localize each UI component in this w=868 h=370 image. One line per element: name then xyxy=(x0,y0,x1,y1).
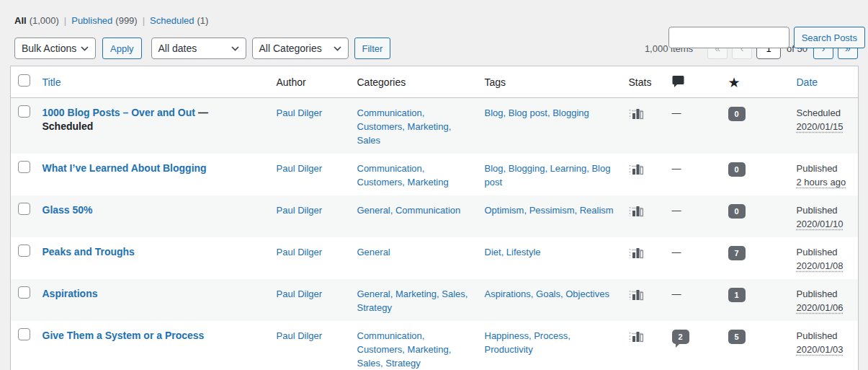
term-link[interactable]: Lifestyle xyxy=(506,247,541,257)
bulk-actions-value: Bulk Actions xyxy=(22,43,76,54)
term-link[interactable]: Strategy xyxy=(385,358,420,369)
search-input[interactable] xyxy=(668,27,789,48)
sort-date-header[interactable]: Date xyxy=(797,76,818,88)
select-all-checkbox[interactable] xyxy=(18,74,30,87)
view-published-link[interactable]: Published xyxy=(71,15,112,26)
term-link[interactable]: Strategy xyxy=(357,302,392,313)
term-link[interactable]: General xyxy=(357,205,390,216)
post-date-value: 2020/01/15 xyxy=(797,121,844,132)
term-link[interactable]: Process xyxy=(534,330,568,341)
post-title-link[interactable]: Give Them a System or a Process xyxy=(42,330,205,341)
row-checkbox[interactable] xyxy=(18,328,30,340)
term-link[interactable]: Sales xyxy=(357,358,381,369)
row-checkbox[interactable] xyxy=(18,161,30,173)
author-link[interactable]: Paul Dilger xyxy=(277,247,323,257)
author-link[interactable]: Paul Dilger xyxy=(277,163,323,174)
term-link[interactable]: Blog xyxy=(485,107,504,118)
filter-button[interactable]: Filter xyxy=(354,38,391,59)
likes-count-badge[interactable]: 0 xyxy=(728,162,746,177)
table-body: 1000 Blog Posts – Over and Out— Schedule… xyxy=(11,98,859,370)
row-checkbox[interactable] xyxy=(18,245,30,257)
row-checkbox[interactable] xyxy=(18,203,30,215)
row-checkbox[interactable] xyxy=(18,105,30,118)
comment-count-dash: — xyxy=(672,163,681,174)
term-link[interactable]: Marketing xyxy=(395,288,437,299)
comment-count-bubble[interactable]: 2 xyxy=(672,330,689,344)
term-link[interactable]: Blogging xyxy=(552,107,589,118)
likes-header: ★ xyxy=(721,66,789,98)
likes-count-badge[interactable]: 5 xyxy=(728,330,746,344)
term-link[interactable]: Customers xyxy=(357,121,403,132)
post-title-link[interactable]: 1000 Blog Posts – Over and Out xyxy=(42,107,195,118)
term-link[interactable]: Learning xyxy=(550,163,587,174)
post-title-link[interactable]: Glass 50% xyxy=(42,204,93,216)
term-link[interactable]: Customers xyxy=(357,344,403,355)
categories-header: Categories xyxy=(350,66,478,98)
chevron-down-icon xyxy=(81,46,89,51)
term-link[interactable]: Blogging xyxy=(509,163,545,174)
term-link[interactable]: Communication xyxy=(395,205,460,216)
all-dates-select[interactable]: All dates xyxy=(151,38,246,59)
term-link[interactable]: Blog post xyxy=(509,107,547,118)
likes-count-badge[interactable]: 1 xyxy=(728,288,746,302)
term-link[interactable]: Marketing xyxy=(408,177,449,188)
term-link[interactable]: Marketing xyxy=(408,344,449,355)
term-link[interactable]: Sales xyxy=(442,288,465,299)
view-all: All(1,000) | xyxy=(14,15,71,26)
term-link[interactable]: Happiness xyxy=(485,330,529,341)
likes-count-badge[interactable]: 0 xyxy=(728,204,746,219)
term-link[interactable]: General xyxy=(357,247,390,257)
stats-chart-icon[interactable] xyxy=(629,107,644,124)
term-link[interactable]: Customers xyxy=(357,177,403,188)
post-title-link[interactable]: Peaks and Troughs xyxy=(42,246,135,257)
post-date-value: 2020/01/08 xyxy=(797,260,844,271)
term-link[interactable]: Pessimism xyxy=(529,205,575,216)
stats-chart-icon[interactable] xyxy=(629,246,644,263)
post-title-link[interactable]: Aspirations xyxy=(42,288,98,299)
likes-count-badge[interactable]: 0 xyxy=(728,107,746,121)
post-date-value: 2 hours ago xyxy=(797,177,846,188)
search-posts-button[interactable]: Search Posts xyxy=(794,27,865,48)
view-published: Published (999) | xyxy=(71,15,150,26)
term-link[interactable]: Realism xyxy=(580,205,614,216)
tags-cell: Diet, Lifestyle xyxy=(478,237,622,279)
term-link[interactable]: Diet xyxy=(485,247,501,257)
term-link[interactable]: Marketing xyxy=(408,121,449,132)
sort-title-header[interactable]: Title xyxy=(42,76,61,88)
term-link[interactable]: Aspirations xyxy=(485,288,531,299)
search-box: Search Posts xyxy=(668,27,865,48)
author-link[interactable]: Paul Dilger xyxy=(277,205,323,216)
author-link[interactable]: Paul Dilger xyxy=(277,330,323,341)
stats-chart-icon[interactable] xyxy=(629,162,644,180)
comment-count-dash: — xyxy=(672,205,681,216)
term-link[interactable]: Blog xyxy=(485,163,504,174)
bulk-actions-select[interactable]: Bulk Actions xyxy=(14,38,96,59)
row-checkbox[interactable] xyxy=(18,286,30,299)
author-link[interactable]: Paul Dilger xyxy=(277,107,323,118)
view-all-link[interactable]: All(1,000) xyxy=(14,15,59,26)
stats-chart-icon[interactable] xyxy=(629,288,644,305)
chevron-down-icon xyxy=(231,46,239,51)
stats-chart-icon[interactable] xyxy=(629,204,644,221)
term-link[interactable]: Communication xyxy=(357,330,422,341)
apply-button[interactable]: Apply xyxy=(102,38,142,59)
term-link[interactable]: General xyxy=(357,288,390,299)
term-link[interactable]: Communication xyxy=(357,163,422,174)
term-link[interactable]: Communication xyxy=(357,107,422,118)
author-link[interactable]: Paul Dilger xyxy=(277,288,323,299)
table-row: What I’ve Learned About Blogging Paul Di… xyxy=(11,154,859,195)
all-categories-select[interactable]: All Categories xyxy=(252,38,349,59)
likes-count-badge[interactable]: 7 xyxy=(728,246,746,260)
post-title-link[interactable]: What I’ve Learned About Blogging xyxy=(42,162,207,174)
stats-chart-icon[interactable] xyxy=(629,330,644,347)
view-scheduled-link[interactable]: Scheduled xyxy=(150,15,194,26)
term-link[interactable]: Goals xyxy=(536,288,560,299)
post-date-status: Published xyxy=(797,329,851,343)
term-link[interactable]: Optimism xyxy=(485,205,524,216)
term-link[interactable]: Productivity xyxy=(485,344,533,355)
term-link[interactable]: Blog post xyxy=(485,163,611,188)
term-link[interactable]: Objectives xyxy=(565,288,609,299)
term-link[interactable]: Sales xyxy=(357,135,381,146)
tags-cell: Aspirations, Goals, Objectives xyxy=(478,279,622,321)
post-date-value: 2020/01/06 xyxy=(797,302,844,313)
